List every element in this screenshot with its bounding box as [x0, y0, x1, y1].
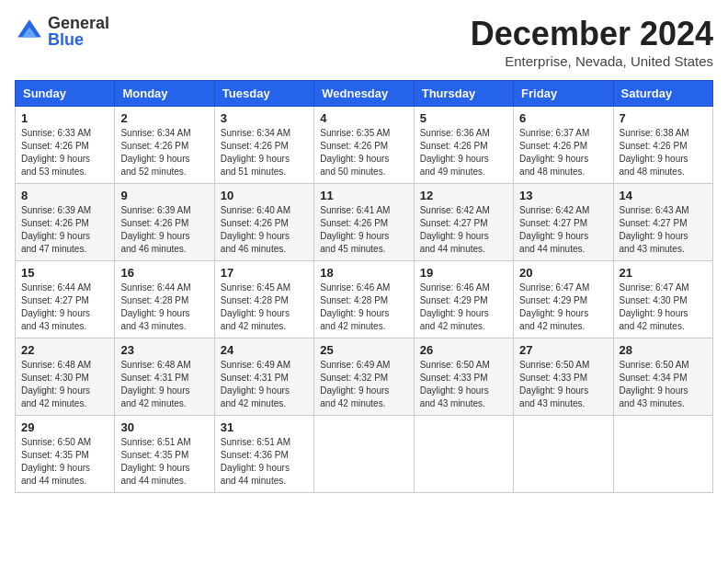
day-cell-18: 18Sunrise: 6:46 AM Sunset: 4:28 PM Dayli… — [314, 261, 414, 339]
weekday-header-friday: Friday — [514, 81, 613, 107]
day-number: 12 — [420, 189, 507, 202]
day-number: 22 — [21, 343, 108, 357]
weekday-header-row: SundayMondayTuesdayWednesdayThursdayFrid… — [16, 81, 713, 107]
weekday-header-tuesday: Tuesday — [214, 81, 313, 107]
week-row-5: 29Sunrise: 6:50 AM Sunset: 4:35 PM Dayli… — [16, 416, 713, 493]
day-number: 26 — [420, 343, 507, 357]
day-number: 16 — [120, 266, 208, 280]
day-info: Sunrise: 6:40 AM Sunset: 4:26 PM Dayligh… — [221, 204, 308, 256]
day-cell-16: 16Sunrise: 6:44 AM Sunset: 4:28 PM Dayli… — [115, 261, 214, 339]
day-cell-22: 22Sunrise: 6:48 AM Sunset: 4:30 PM Dayli… — [16, 339, 115, 416]
day-info: Sunrise: 6:34 AM Sunset: 4:26 PM Dayligh… — [221, 127, 308, 178]
day-info: Sunrise: 6:45 AM Sunset: 4:28 PM Dayligh… — [221, 282, 308, 333]
day-info: Sunrise: 6:38 AM Sunset: 4:26 PM Dayligh… — [620, 127, 707, 178]
day-number: 25 — [320, 343, 407, 357]
empty-cell — [314, 416, 414, 493]
day-cell-27: 27Sunrise: 6:50 AM Sunset: 4:33 PM Dayli… — [514, 339, 613, 416]
day-number: 6 — [519, 111, 607, 125]
location-title: Enterprise, Nevada, United States — [471, 53, 713, 69]
day-info: Sunrise: 6:33 AM Sunset: 4:26 PM Dayligh… — [21, 127, 108, 178]
day-number: 20 — [519, 266, 607, 280]
day-cell-5: 5Sunrise: 6:36 AM Sunset: 4:26 PM Daylig… — [414, 107, 513, 184]
day-info: Sunrise: 6:50 AM Sunset: 4:33 PM Dayligh… — [420, 359, 507, 410]
month-title: December 2024 — [471, 15, 713, 53]
day-info: Sunrise: 6:42 AM Sunset: 4:27 PM Dayligh… — [519, 204, 607, 256]
day-cell-13: 13Sunrise: 6:42 AM Sunset: 4:27 PM Dayli… — [514, 184, 613, 261]
weekday-header-wednesday: Wednesday — [314, 81, 414, 107]
day-info: Sunrise: 6:47 AM Sunset: 4:29 PM Dayligh… — [519, 282, 607, 333]
day-number: 14 — [620, 189, 707, 202]
day-number: 30 — [120, 420, 208, 434]
logo: General Blue — [15, 15, 109, 48]
day-cell-25: 25Sunrise: 6:49 AM Sunset: 4:32 PM Dayli… — [314, 339, 414, 416]
day-info: Sunrise: 6:42 AM Sunset: 4:27 PM Dayligh… — [420, 204, 507, 256]
day-number: 3 — [221, 111, 308, 125]
calendar-table: SundayMondayTuesdayWednesdayThursdayFrid… — [15, 80, 713, 493]
day-info: Sunrise: 6:51 AM Sunset: 4:35 PM Dayligh… — [120, 436, 208, 488]
week-row-2: 8Sunrise: 6:39 AM Sunset: 4:26 PM Daylig… — [16, 184, 713, 261]
day-number: 23 — [120, 343, 208, 357]
day-number: 31 — [221, 420, 308, 434]
empty-cell — [514, 416, 613, 493]
day-number: 10 — [221, 189, 308, 202]
day-cell-28: 28Sunrise: 6:50 AM Sunset: 4:34 PM Dayli… — [613, 339, 712, 416]
day-info: Sunrise: 6:49 AM Sunset: 4:31 PM Dayligh… — [221, 359, 308, 410]
page-header: General Blue December 2024 Enterprise, N… — [15, 15, 713, 69]
day-number: 28 — [620, 343, 707, 357]
day-cell-4: 4Sunrise: 6:35 AM Sunset: 4:26 PM Daylig… — [314, 107, 414, 184]
day-info: Sunrise: 6:43 AM Sunset: 4:27 PM Dayligh… — [620, 204, 707, 256]
day-info: Sunrise: 6:51 AM Sunset: 4:36 PM Dayligh… — [221, 436, 308, 488]
day-number: 5 — [420, 111, 507, 125]
day-info: Sunrise: 6:35 AM Sunset: 4:26 PM Dayligh… — [320, 127, 407, 178]
logo-icon — [15, 17, 44, 46]
day-info: Sunrise: 6:41 AM Sunset: 4:26 PM Dayligh… — [320, 204, 407, 256]
title-block: December 2024 Enterprise, Nevada, United… — [471, 15, 713, 69]
day-info: Sunrise: 6:46 AM Sunset: 4:29 PM Dayligh… — [420, 282, 507, 333]
day-info: Sunrise: 6:39 AM Sunset: 4:26 PM Dayligh… — [21, 204, 108, 256]
day-cell-31: 31Sunrise: 6:51 AM Sunset: 4:36 PM Dayli… — [214, 416, 313, 493]
day-number: 29 — [21, 420, 108, 434]
day-cell-8: 8Sunrise: 6:39 AM Sunset: 4:26 PM Daylig… — [16, 184, 115, 261]
logo-general-text: General — [48, 15, 109, 31]
empty-cell — [414, 416, 513, 493]
day-cell-24: 24Sunrise: 6:49 AM Sunset: 4:31 PM Dayli… — [214, 339, 313, 416]
day-cell-21: 21Sunrise: 6:47 AM Sunset: 4:30 PM Dayli… — [613, 261, 712, 339]
day-info: Sunrise: 6:48 AM Sunset: 4:31 PM Dayligh… — [120, 359, 208, 410]
day-info: Sunrise: 6:39 AM Sunset: 4:26 PM Dayligh… — [120, 204, 208, 256]
week-row-3: 15Sunrise: 6:44 AM Sunset: 4:27 PM Dayli… — [16, 261, 713, 339]
day-info: Sunrise: 6:50 AM Sunset: 4:35 PM Dayligh… — [21, 436, 108, 488]
day-number: 13 — [519, 189, 607, 202]
week-row-4: 22Sunrise: 6:48 AM Sunset: 4:30 PM Dayli… — [16, 339, 713, 416]
day-info: Sunrise: 6:37 AM Sunset: 4:26 PM Dayligh… — [519, 127, 607, 178]
day-info: Sunrise: 6:50 AM Sunset: 4:33 PM Dayligh… — [519, 359, 607, 410]
day-number: 15 — [21, 266, 108, 280]
day-cell-3: 3Sunrise: 6:34 AM Sunset: 4:26 PM Daylig… — [214, 107, 313, 184]
week-row-1: 1Sunrise: 6:33 AM Sunset: 4:26 PM Daylig… — [16, 107, 713, 184]
day-cell-10: 10Sunrise: 6:40 AM Sunset: 4:26 PM Dayli… — [214, 184, 313, 261]
empty-cell — [613, 416, 712, 493]
day-info: Sunrise: 6:36 AM Sunset: 4:26 PM Dayligh… — [420, 127, 507, 178]
day-number: 9 — [120, 189, 208, 202]
day-cell-11: 11Sunrise: 6:41 AM Sunset: 4:26 PM Dayli… — [314, 184, 414, 261]
day-cell-6: 6Sunrise: 6:37 AM Sunset: 4:26 PM Daylig… — [514, 107, 613, 184]
day-number: 1 — [21, 111, 108, 125]
day-info: Sunrise: 6:50 AM Sunset: 4:34 PM Dayligh… — [620, 359, 707, 410]
day-cell-29: 29Sunrise: 6:50 AM Sunset: 4:35 PM Dayli… — [16, 416, 115, 493]
day-number: 7 — [620, 111, 707, 125]
day-info: Sunrise: 6:34 AM Sunset: 4:26 PM Dayligh… — [120, 127, 208, 178]
day-number: 21 — [620, 266, 707, 280]
day-info: Sunrise: 6:47 AM Sunset: 4:30 PM Dayligh… — [620, 282, 707, 333]
weekday-header-monday: Monday — [115, 81, 214, 107]
day-cell-7: 7Sunrise: 6:38 AM Sunset: 4:26 PM Daylig… — [613, 107, 712, 184]
day-info: Sunrise: 6:48 AM Sunset: 4:30 PM Dayligh… — [21, 359, 108, 410]
logo-blue-text: Blue — [48, 31, 109, 48]
day-number: 24 — [221, 343, 308, 357]
day-cell-26: 26Sunrise: 6:50 AM Sunset: 4:33 PM Dayli… — [414, 339, 513, 416]
day-info: Sunrise: 6:46 AM Sunset: 4:28 PM Dayligh… — [320, 282, 407, 333]
day-number: 2 — [120, 111, 208, 125]
day-cell-20: 20Sunrise: 6:47 AM Sunset: 4:29 PM Dayli… — [514, 261, 613, 339]
day-number: 8 — [21, 189, 108, 202]
day-cell-17: 17Sunrise: 6:45 AM Sunset: 4:28 PM Dayli… — [214, 261, 313, 339]
day-number: 4 — [320, 111, 407, 125]
day-number: 18 — [320, 266, 407, 280]
